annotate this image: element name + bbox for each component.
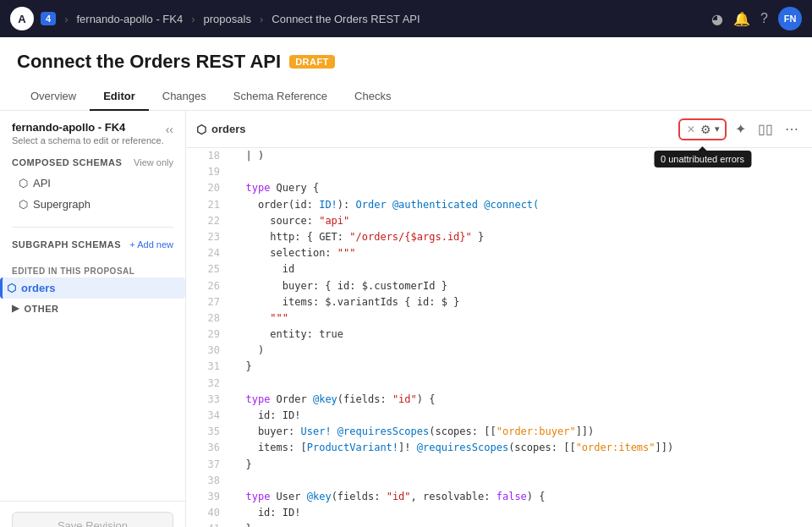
code-line: 20 type Query { xyxy=(186,180,812,196)
schema-name: orders xyxy=(211,123,245,135)
code-line: 29 entity: true xyxy=(186,327,812,343)
code-line: 37 } xyxy=(186,457,812,473)
code-line: 33 type Order @key(fields: "id") { xyxy=(186,392,812,408)
error-count-inner: ✕ ⚙ ▾ xyxy=(685,122,720,137)
subgraph-schemas-title: Subgraph schemas xyxy=(12,239,121,250)
code-line: 41 } xyxy=(186,521,812,527)
sidebar-collapse-button[interactable]: ‹‹ xyxy=(166,123,173,136)
code-line: 26 buyer: { id: $.customerId } xyxy=(186,278,812,294)
page-title: Connect the Orders REST API xyxy=(17,51,281,73)
code-line: 32 xyxy=(186,376,812,392)
editor-copy-icon[interactable]: ▯▯ xyxy=(754,118,776,140)
help-icon[interactable]: ? xyxy=(760,11,768,26)
subgraph-schemas-header: Subgraph schemas + Add new xyxy=(12,239,173,250)
sidebar-bottom: Save Revision xyxy=(0,501,185,527)
sidebar-item-orders-label: orders xyxy=(21,282,55,294)
page-header: Connect the Orders REST API DRAFT Overvi… xyxy=(0,37,812,111)
tab-checks[interactable]: Checks xyxy=(341,83,404,111)
code-line: 35 buyer: User! @requiresScopes(scopes: … xyxy=(186,424,812,440)
breadcrumb-sep-1: › xyxy=(64,13,68,25)
page-tabs: Overview Editor Changes Schema Reference… xyxy=(17,83,795,110)
sidebar-header: fernando-apollo - FK4 Select a schema to… xyxy=(0,111,185,152)
bell-icon[interactable]: 🔔 xyxy=(733,11,750,27)
composed-schemas-title: Composed schemas xyxy=(12,157,122,167)
composed-schemas-section: Composed schemas View only ⬡ API ⬡ Super… xyxy=(0,152,185,220)
tab-schema-reference[interactable]: Schema Reference xyxy=(220,83,341,111)
breadcrumb-current: Connect the Orders REST API xyxy=(272,13,420,25)
code-line: 31 } xyxy=(186,359,812,375)
editor-more-icon[interactable]: ⋯ xyxy=(782,118,802,140)
error-close-button[interactable]: ✕ xyxy=(685,122,697,137)
code-line: 25 id xyxy=(186,261,812,277)
sidebar-workspace-title: fernando-apollo - FK4 xyxy=(12,121,164,134)
tab-editor[interactable]: Editor xyxy=(90,83,149,111)
signal-icon[interactable]: ◕ xyxy=(711,11,723,27)
schema-icon: ⬡ xyxy=(196,123,206,136)
tab-overview[interactable]: Overview xyxy=(17,83,90,111)
code-line: 30 ) xyxy=(186,343,812,359)
supergraph-schema-icon: ⬡ xyxy=(19,198,28,211)
sidebar-item-api-label: API xyxy=(33,177,51,189)
code-line: 28 """ xyxy=(186,310,812,327)
edited-in-proposal-section: EDITED IN THIS PROPOSAL ⬡ orders xyxy=(0,263,185,299)
tab-changes[interactable]: Changes xyxy=(149,83,220,111)
composed-schemas-header: Composed schemas View only xyxy=(12,157,173,167)
code-line: 21 order(id: ID!): Order @authenticated … xyxy=(186,197,812,213)
page-title-row: Connect the Orders REST API DRAFT xyxy=(17,51,795,73)
workspace-badge[interactable]: 4 xyxy=(41,12,56,25)
other-section-header[interactable]: ▶ OTHER xyxy=(0,299,185,318)
save-revision-button[interactable]: Save Revision xyxy=(12,512,173,527)
logo[interactable]: A xyxy=(10,7,34,30)
code-line: 22 source: "api" xyxy=(186,213,812,229)
code-line: 38 xyxy=(186,473,812,489)
add-new-button[interactable]: + Add new xyxy=(129,239,173,250)
error-tooltip: 0 unattributed errors xyxy=(654,151,751,167)
error-gear-icon[interactable]: ⚙ xyxy=(700,123,711,136)
code-line: 24 selection: """ xyxy=(186,245,812,261)
code-line: 27 items: $.variantIds { id: $ } xyxy=(186,294,812,310)
sidebar-workspace-info: fernando-apollo - FK4 Select a schema to… xyxy=(12,121,164,145)
topnav-right: ◕ 🔔 ? FN xyxy=(711,7,802,30)
breadcrumb-proposals[interactable]: proposals xyxy=(204,13,251,25)
subgraph-schemas-section: Subgraph schemas + Add new xyxy=(0,234,185,260)
editor-area: ⬡ orders ✕ ⚙ ▾ 0 unattributed errors ✦ ▯… xyxy=(186,111,812,527)
sidebar: fernando-apollo - FK4 Select a schema to… xyxy=(0,111,186,527)
sidebar-divider-1 xyxy=(12,227,173,228)
code-line: 36 items: [ProductVariant!]! @requiresSc… xyxy=(186,440,812,456)
sidebar-workspace-subtitle: Select a schema to edit or reference. xyxy=(12,135,164,145)
user-avatar[interactable]: FN xyxy=(778,7,802,30)
draft-badge: DRAFT xyxy=(289,55,335,69)
error-highlight-box: ✕ ⚙ ▾ 0 unattributed errors xyxy=(678,118,727,140)
schema-title: ⬡ orders xyxy=(196,123,245,136)
edited-section-label: EDITED IN THIS PROPOSAL xyxy=(0,263,185,277)
other-section-label: OTHER xyxy=(25,304,59,314)
breadcrumb-sep-2: › xyxy=(191,13,195,25)
sidebar-item-supergraph-label: Supergraph xyxy=(33,198,91,211)
code-line: 23 http: { GET: "/orders/{$args.id}" } xyxy=(186,229,812,245)
editor-topbar: ⬡ orders ✕ ⚙ ▾ 0 unattributed errors ✦ ▯… xyxy=(186,111,812,148)
code-editor[interactable]: 18 | )1920 type Query {21 order(id: ID!)… xyxy=(186,148,812,527)
main-layout: fernando-apollo - FK4 Select a schema to… xyxy=(0,111,812,527)
sidebar-item-supergraph[interactable]: ⬡ Supergraph xyxy=(12,194,173,215)
sidebar-item-orders[interactable]: ⬡ orders xyxy=(0,277,185,299)
top-navbar: A 4 › fernando-apollo - FK4 › proposals … xyxy=(0,0,812,37)
view-only-badge: View only xyxy=(134,157,173,167)
orders-schema-icon: ⬡ xyxy=(7,282,16,294)
editor-topbar-right: ✕ ⚙ ▾ 0 unattributed errors ✦ ▯▯ ⋯ xyxy=(678,118,802,140)
sidebar-item-api[interactable]: ⬡ API xyxy=(12,173,173,194)
api-schema-icon: ⬡ xyxy=(19,177,28,189)
error-chevron-icon[interactable]: ▾ xyxy=(715,124,720,134)
code-line: 40 id: ID! xyxy=(186,505,812,521)
editor-sparkle-icon[interactable]: ✦ xyxy=(732,118,749,140)
code-line: 34 id: ID! xyxy=(186,408,812,424)
breadcrumb-sep-3: › xyxy=(260,13,263,25)
other-chevron-icon: ▶ xyxy=(12,303,19,314)
code-line: 39 type User @key(fields: "id", resolvab… xyxy=(186,489,812,505)
breadcrumb-workspace[interactable]: fernando-apollo - FK4 xyxy=(76,13,183,25)
